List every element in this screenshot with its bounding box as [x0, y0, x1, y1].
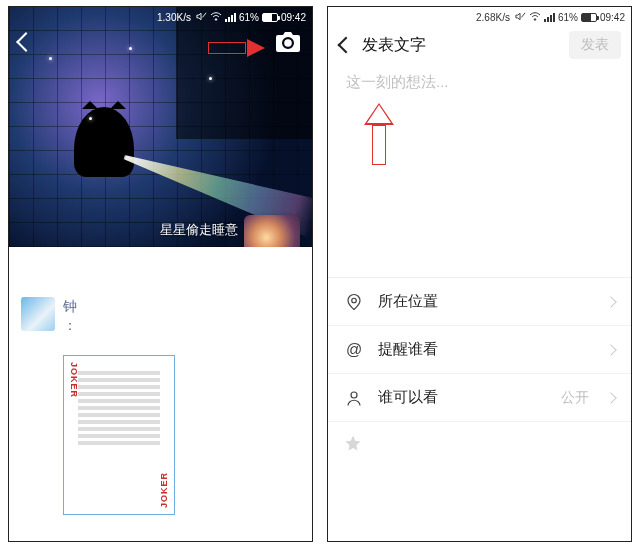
- feed-post[interactable]: 钟 ：: [9, 291, 312, 341]
- status-speed: 1.30K/s: [157, 12, 191, 23]
- cover-area: 1.30K/s 61% 09:42 星星偷走睡意: [9, 7, 312, 247]
- battery-icon: [262, 13, 278, 22]
- publish-button[interactable]: 发表: [569, 31, 621, 59]
- option-value: 公开: [561, 389, 593, 407]
- option-label: 所在位置: [378, 292, 438, 311]
- status-speed: 2.68K/s: [476, 12, 510, 23]
- svg-point-4: [352, 298, 357, 303]
- sparkle: [89, 117, 92, 120]
- phone-moments-cover: 1.30K/s 61% 09:42 星星偷走睡意 钟 ：: [8, 6, 313, 542]
- profile-avatar[interactable]: [244, 215, 300, 247]
- sparkle: [49, 57, 52, 60]
- option-location[interactable]: 所在位置: [328, 278, 631, 326]
- chevron-right-icon: [605, 344, 616, 355]
- chevron-right-icon: [605, 392, 616, 403]
- location-icon: [344, 293, 364, 311]
- signal-icon: [225, 13, 236, 22]
- svg-line-2: [521, 12, 525, 17]
- option-visibility[interactable]: 谁可以看 公开: [328, 374, 631, 422]
- cover-username: 星星偷走睡意: [160, 221, 238, 239]
- camera-button[interactable]: [276, 31, 300, 57]
- page-title: 发表文字: [362, 35, 426, 56]
- card-joker-label: JOKER: [158, 472, 171, 508]
- post-author[interactable]: 钟: [63, 298, 77, 314]
- annotation-arrow-right: [208, 39, 266, 57]
- compose-options: 所在位置 @ 提醒谁看 谁可以看 公开: [328, 277, 631, 469]
- compose-header: 发表文字 发表: [328, 27, 631, 67]
- status-time: 09:42: [600, 12, 625, 23]
- post-avatar[interactable]: [21, 297, 55, 331]
- option-label: 谁可以看: [378, 388, 438, 407]
- post-body: 钟 ：: [63, 297, 77, 335]
- mute-icon: [515, 11, 526, 24]
- wifi-icon: [529, 11, 541, 23]
- post-image-card[interactable]: JOKER JOKER: [63, 355, 175, 515]
- compose-text-area[interactable]: 这一刻的想法...: [328, 67, 631, 227]
- status-bar: 1.30K/s 61% 09:42: [9, 7, 312, 27]
- signal-icon: [544, 13, 555, 22]
- person-icon: [344, 389, 364, 407]
- post-text: ：: [63, 317, 77, 333]
- compose-placeholder: 这一刻的想法...: [346, 73, 613, 92]
- status-bar: 2.68K/s 61% 09:42: [328, 7, 631, 27]
- phone-text-compose: 2.68K/s 61% 09:42 发表文字 发表 这一刻的想法... 所在位置: [327, 6, 632, 542]
- battery-icon: [581, 13, 597, 22]
- option-mention[interactable]: @ 提醒谁看: [328, 326, 631, 374]
- chevron-right-icon: [605, 296, 616, 307]
- svg-line-0: [202, 12, 206, 17]
- status-battery: 61%: [558, 12, 578, 23]
- mute-icon: [196, 11, 207, 24]
- card-joker-label: JOKER: [67, 362, 80, 398]
- wifi-icon: [210, 11, 222, 23]
- annotation-arrow-up: [364, 103, 394, 165]
- status-battery: 61%: [239, 12, 259, 23]
- svg-point-5: [351, 392, 357, 398]
- back-icon[interactable]: [338, 37, 355, 54]
- status-time: 09:42: [281, 12, 306, 23]
- svg-point-1: [215, 19, 217, 21]
- option-label: 提醒谁看: [378, 340, 438, 359]
- sparkle: [129, 47, 132, 50]
- mention-icon: @: [344, 341, 364, 359]
- moments-feed: 钟 ： JOKER JOKER: [9, 247, 312, 515]
- favorite-star[interactable]: [328, 422, 631, 469]
- sparkle: [209, 77, 212, 80]
- svg-point-3: [534, 19, 536, 21]
